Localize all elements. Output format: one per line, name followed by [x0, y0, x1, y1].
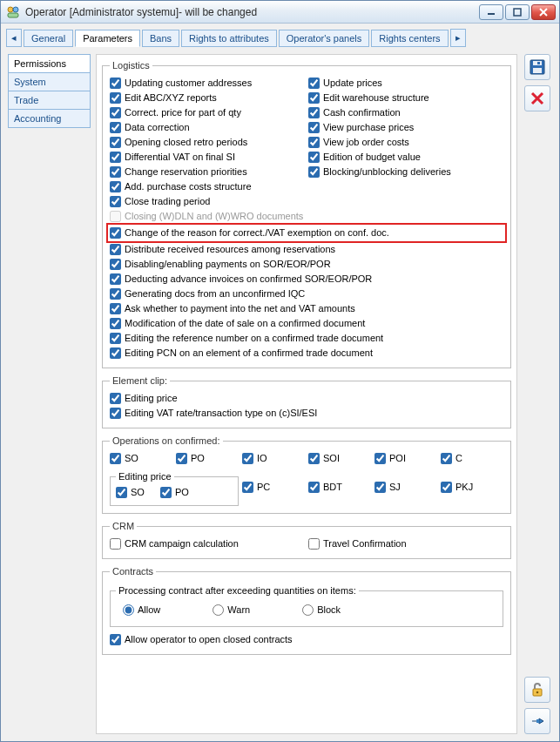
- radio-label: Allow: [138, 604, 160, 617]
- tab-nav-right[interactable]: ▸: [450, 29, 466, 47]
- cb-deducting-advance-invoices[interactable]: Deducting advance invoices on confirmed …: [110, 272, 503, 287]
- cb-editing-pcn[interactable]: Editing PCN on an element of a confirmed…: [110, 346, 503, 361]
- close-icon: [530, 91, 544, 105]
- cb-closing-wdln-wwro: Closing (W)DLN and (W)WRO documents: [110, 209, 503, 224]
- cb-label: Data correction: [125, 121, 190, 134]
- cb-label: Close trading period: [125, 195, 210, 208]
- cb-label: Modification of the date of sale on a co…: [125, 317, 365, 330]
- cb-distribute-resources[interactable]: Distribute received resources among rese…: [110, 242, 503, 257]
- close-button[interactable]: [531, 4, 556, 20]
- cb-label: Closing (W)DLN and (W)WRO documents: [125, 210, 303, 223]
- cb-update-prices[interactable]: Update prices: [308, 76, 503, 91]
- cb-travel-confirmation[interactable]: Travel Confirmation: [308, 536, 503, 551]
- cb-modification-date-sale[interactable]: Modification of the date of sale on a co…: [110, 316, 503, 331]
- cb-edition-budget-value[interactable]: Edition of budget value: [308, 150, 503, 165]
- tab-bans[interactable]: Bans: [142, 30, 179, 47]
- cb-label: Edit warehouse structure: [323, 91, 429, 105]
- cb-editing-vat-rate[interactable]: Editing VAT rate/transaction type on (c)…: [110, 406, 503, 421]
- operator-window: Operator [Administrator systemu]- will b…: [0, 0, 560, 742]
- cb-change-reservation-priorities[interactable]: Change reservation priorities: [110, 165, 305, 179]
- ops-confirmed-legend: Operations on confirmed:: [110, 435, 223, 446]
- tab-rights-centers[interactable]: Rights centers: [371, 30, 448, 47]
- cb-label: PKJ: [455, 481, 473, 494]
- cb-ops-pkj[interactable]: PKJ: [441, 480, 503, 495]
- cb-crm-campaign[interactable]: CRM campaign calculation: [110, 536, 305, 551]
- side-tab-trade[interactable]: Trade: [8, 91, 91, 110]
- editing-price-inner-group: Editing price SO PO: [110, 471, 239, 506]
- tab-general[interactable]: General: [24, 30, 73, 47]
- side-tab-permissions[interactable]: Permissions: [8, 54, 91, 73]
- cancel-button[interactable]: [524, 85, 550, 111]
- radio-block[interactable]: Block: [302, 603, 341, 617]
- cb-ops-po[interactable]: PO: [176, 451, 239, 466]
- cb-label: View job order costs: [323, 136, 409, 149]
- cb-differential-vat[interactable]: Differential VAT on final SI: [110, 150, 305, 165]
- attach-button[interactable]: [524, 708, 550, 734]
- cb-label: Updating customer addresses: [125, 77, 252, 90]
- cb-blocking-unblocking-deliveries[interactable]: Blocking/unblocking deliveries: [308, 165, 503, 179]
- cb-correct-price-part-qty[interactable]: Correct. price for part of qty: [110, 105, 305, 120]
- tab-rights-attributes[interactable]: Rights to attributes: [181, 30, 277, 47]
- tab-operators-panels[interactable]: Operator's panels: [279, 30, 369, 47]
- cb-label: Distribute received resources among rese…: [125, 243, 335, 256]
- side-tab-system[interactable]: System: [8, 72, 91, 91]
- cb-label: SOI: [323, 452, 340, 465]
- cb-change-reason-vat-exemption[interactable]: Change of the reason for correct./VAT ex…: [108, 225, 505, 241]
- sidebar: Permissions System Trade Accounting: [8, 54, 91, 734]
- cb-editing-reference-number[interactable]: Editing the reference number on a confir…: [110, 331, 503, 346]
- cb-edit-abc-xyz[interactable]: Edit ABC/XYZ reports: [110, 91, 305, 105]
- cb-data-correction[interactable]: Data correction: [110, 120, 305, 135]
- cb-cash-confirmation[interactable]: Cash confirmation: [308, 105, 503, 120]
- cb-view-job-order-costs[interactable]: View job order costs: [308, 135, 503, 150]
- cb-editing-price-clip[interactable]: Editing price: [110, 391, 503, 406]
- cb-ops-soi[interactable]: SOI: [308, 451, 371, 466]
- cb-ops-poi[interactable]: POI: [374, 451, 437, 466]
- logistics-group: Logistics Updating customer addresses Ed…: [102, 60, 511, 368]
- radio-warn[interactable]: Warn: [213, 603, 250, 617]
- cb-edit-warehouse-structure[interactable]: Edit warehouse structure: [308, 91, 503, 105]
- cb-label: POI: [389, 452, 406, 465]
- cb-label: SO: [125, 452, 138, 465]
- radio-allow[interactable]: Allow: [123, 603, 160, 617]
- unlock-button[interactable]: [524, 677, 550, 703]
- cb-label: Update prices: [323, 77, 382, 90]
- cb-label: Change of the reason for correct./VAT ex…: [125, 226, 389, 239]
- maximize-button[interactable]: [505, 4, 530, 20]
- cb-ops-bdt[interactable]: BDT: [308, 480, 371, 495]
- save-button[interactable]: [524, 54, 550, 80]
- cb-label: C: [455, 452, 462, 465]
- svg-rect-10: [537, 62, 540, 64]
- floppy-disk-icon: [530, 59, 545, 75]
- minimize-button[interactable]: [479, 4, 503, 20]
- cb-label: Ask whether to payment into the net and …: [125, 302, 355, 315]
- cb-close-trading-period[interactable]: Close trading period: [110, 194, 305, 209]
- window-title: Operator [Administrator systemu]- will b…: [25, 6, 477, 18]
- cb-ops-so[interactable]: SO: [110, 451, 172, 466]
- cb-ask-payment-net-vat[interactable]: Ask whether to payment into the net and …: [110, 301, 503, 316]
- cb-ep-po[interactable]: PO: [160, 485, 189, 500]
- cb-updating-customer-addresses[interactable]: Updating customer addresses: [110, 76, 305, 91]
- cb-label: Travel Confirmation: [323, 537, 407, 550]
- svg-rect-4: [514, 9, 521, 16]
- cb-view-purchase-prices[interactable]: View purchase prices: [308, 120, 503, 135]
- ops-confirmed-group: Operations on confirmed: SO PO IO SOI PO…: [102, 435, 511, 514]
- radio-label: Block: [317, 604, 341, 617]
- cb-disable-enable-payments[interactable]: Disabling/enabling payments on SOR/EOR/P…: [110, 257, 503, 272]
- side-tab-accounting[interactable]: Accounting: [8, 109, 91, 128]
- cb-label: Editing PCN on an element of a confirmed…: [125, 347, 373, 360]
- cb-add-purchase-costs[interactable]: Add. purchase costs structure: [110, 179, 305, 194]
- cb-ops-c[interactable]: C: [441, 451, 503, 466]
- svg-rect-2: [8, 13, 18, 17]
- cb-label: SO: [131, 486, 145, 499]
- cb-opening-closed-retro[interactable]: Opening closed retro periods: [110, 135, 305, 150]
- cb-ops-pc[interactable]: PC: [242, 480, 305, 495]
- cb-generating-docs-iqc[interactable]: Generating docs from an unconfirmed IQC: [110, 287, 503, 301]
- cb-ep-so[interactable]: SO: [116, 485, 145, 500]
- tab-nav-left[interactable]: ◂: [6, 29, 22, 47]
- cb-label: CRM campaign calculation: [125, 537, 239, 550]
- cb-allow-open-closed-contracts[interactable]: Allow operator to open closed contracts: [110, 632, 503, 647]
- cb-ops-sj[interactable]: SJ: [374, 480, 437, 495]
- tab-parameters[interactable]: Parameters: [75, 30, 140, 47]
- cb-ops-io[interactable]: IO: [242, 451, 305, 466]
- top-tabbar: ◂ General Parameters Bans Rights to attr…: [1, 24, 559, 47]
